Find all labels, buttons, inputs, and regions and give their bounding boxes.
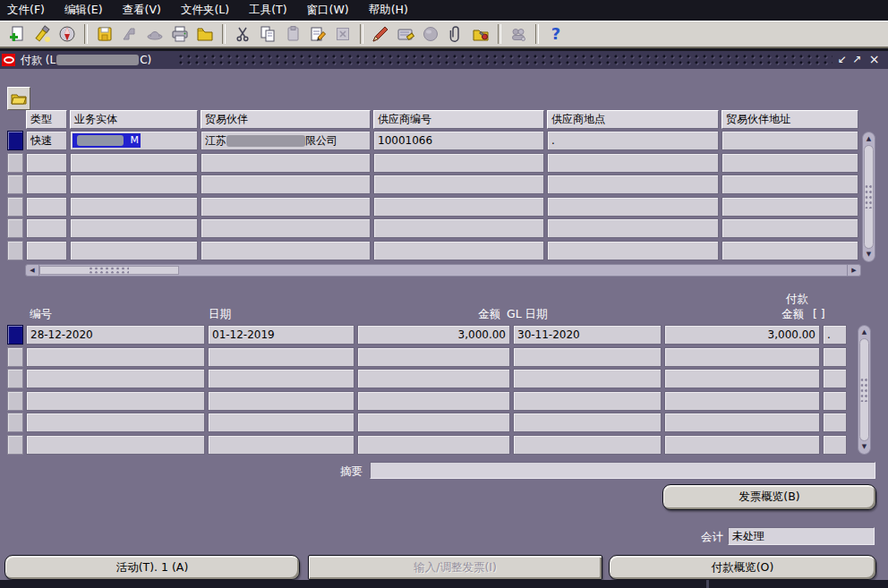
scroll-left-icon[interactable]: ◀ bbox=[26, 265, 39, 276]
col-header-type[interactable]: 类型 bbox=[26, 110, 67, 129]
actions-button[interactable]: 活动(T). 1 (A) bbox=[4, 555, 300, 580]
window-minimize-icon[interactable]: ↙ bbox=[835, 53, 849, 66]
cell-gl-date[interactable] bbox=[513, 391, 662, 411]
record-selector[interactable] bbox=[7, 413, 23, 432]
save-icon[interactable] bbox=[94, 23, 115, 45]
col-header-trading-partner[interactable]: 贸易伙伴 bbox=[201, 110, 371, 129]
cell-trading-partner[interactable] bbox=[201, 218, 371, 238]
menu-window[interactable]: 窗口(W) bbox=[307, 3, 349, 18]
cell-number[interactable] bbox=[26, 369, 205, 388]
cell-supplier-site[interactable] bbox=[547, 241, 719, 260]
translations-icon[interactable] bbox=[395, 23, 416, 45]
cell-type[interactable]: 快速 bbox=[26, 131, 67, 150]
cell-trading-partner-address[interactable] bbox=[722, 197, 858, 217]
cell-supplier-number[interactable] bbox=[373, 153, 544, 173]
cell-flag[interactable] bbox=[823, 369, 847, 388]
show-navigator-icon[interactable] bbox=[56, 23, 78, 45]
scroll-right-icon[interactable]: ▶ bbox=[847, 265, 860, 276]
menu-view[interactable]: 查看(V) bbox=[123, 3, 161, 18]
cell-date[interactable] bbox=[208, 347, 354, 367]
cell-supplier-site[interactable] bbox=[547, 153, 719, 173]
print-icon[interactable] bbox=[169, 23, 191, 45]
cell-gl-date[interactable] bbox=[513, 369, 662, 388]
cell-gl-date[interactable] bbox=[513, 347, 662, 367]
payment-overview-button[interactable]: 付款概览(O) bbox=[609, 555, 876, 580]
cell-number[interactable] bbox=[26, 413, 205, 432]
cell-supplier-site[interactable]: . bbox=[547, 131, 719, 150]
record-selector[interactable] bbox=[7, 175, 23, 194]
cell-flag[interactable]: . bbox=[823, 325, 847, 345]
cell-supplier-site[interactable] bbox=[547, 218, 719, 238]
record-selector[interactable] bbox=[7, 241, 23, 260]
cell-gl-date[interactable] bbox=[513, 435, 662, 455]
cell-amount[interactable] bbox=[357, 347, 510, 367]
cell-supplier-site[interactable] bbox=[547, 197, 719, 217]
cell-date[interactable] bbox=[208, 369, 354, 388]
cell-amount[interactable] bbox=[357, 369, 510, 388]
cut-icon[interactable] bbox=[232, 23, 253, 45]
cell-trading-partner[interactable] bbox=[201, 175, 371, 194]
new-icon[interactable] bbox=[6, 23, 28, 45]
record-selector[interactable] bbox=[7, 325, 23, 345]
cell-trading-partner-address[interactable] bbox=[722, 175, 858, 194]
cell-date[interactable] bbox=[208, 435, 354, 455]
col-header-supplier-number[interactable]: 供应商编号 bbox=[373, 110, 544, 129]
cell-date[interactable] bbox=[208, 391, 354, 411]
payment-table-vscrollbar[interactable]: ▲ ▼ bbox=[858, 325, 871, 455]
scroll-up-icon[interactable]: ▲ bbox=[858, 327, 870, 338]
hscroll-thumb[interactable] bbox=[39, 266, 179, 275]
menu-folder[interactable]: 文件夹(L) bbox=[181, 3, 229, 18]
vscroll-thumb[interactable] bbox=[859, 338, 869, 441]
record-selector[interactable] bbox=[7, 347, 23, 367]
cell-gl-date[interactable] bbox=[513, 413, 662, 432]
cell-gl-date[interactable]: 30-11-2020 bbox=[513, 325, 662, 345]
cell-operating-unit[interactable] bbox=[70, 241, 198, 260]
cell-number[interactable] bbox=[26, 347, 205, 367]
cell-operating-unit[interactable]: M bbox=[70, 131, 198, 150]
cell-trading-partner[interactable]: 江苏限公司 bbox=[201, 131, 371, 150]
cell-flag[interactable] bbox=[823, 435, 847, 455]
cell-trading-partner[interactable] bbox=[201, 153, 371, 173]
cell-payment-amount[interactable] bbox=[664, 347, 820, 367]
cell-operating-unit[interactable] bbox=[70, 197, 198, 217]
record-selector[interactable] bbox=[7, 435, 23, 455]
menu-edit[interactable]: 编辑(E) bbox=[64, 3, 103, 18]
edit-icon[interactable] bbox=[307, 23, 329, 45]
summary-field[interactable] bbox=[370, 462, 875, 479]
invoice-table-vscrollbar[interactable]: ▲ ▼ bbox=[862, 132, 875, 262]
menu-file[interactable]: 文件(F) bbox=[7, 3, 45, 18]
cell-amount[interactable] bbox=[357, 413, 510, 432]
record-selector[interactable] bbox=[7, 218, 23, 238]
cell-supplier-site[interactable] bbox=[547, 175, 719, 194]
menu-help[interactable]: 帮助(H) bbox=[369, 3, 408, 18]
cell-supplier-number[interactable] bbox=[373, 175, 544, 194]
cell-number[interactable] bbox=[26, 391, 205, 411]
cell-payment-amount[interactable] bbox=[664, 391, 820, 411]
col-header-trading-partner-address[interactable]: 贸易伙伴地址 bbox=[722, 110, 858, 129]
record-selector[interactable] bbox=[7, 131, 23, 150]
cell-type[interactable] bbox=[26, 218, 67, 238]
col-header-supplier-site[interactable]: 供应商地点 bbox=[547, 110, 719, 129]
cell-payment-amount[interactable] bbox=[664, 413, 820, 432]
cell-operating-unit[interactable] bbox=[70, 218, 198, 238]
invoice-table-hscrollbar[interactable]: ◀ ▶ bbox=[25, 264, 861, 277]
cell-type[interactable] bbox=[26, 197, 67, 217]
window-close-icon[interactable]: × bbox=[867, 53, 881, 66]
col-header-operating-unit[interactable]: 业务实体 bbox=[70, 110, 198, 129]
record-selector[interactable] bbox=[7, 391, 23, 411]
cell-operating-unit[interactable] bbox=[70, 175, 198, 194]
cell-flag[interactable] bbox=[823, 347, 847, 367]
record-selector[interactable] bbox=[7, 153, 23, 173]
cell-flag[interactable] bbox=[823, 413, 847, 432]
cell-flag[interactable] bbox=[823, 391, 847, 411]
cell-trading-partner-address[interactable] bbox=[722, 153, 858, 173]
cell-supplier-number[interactable] bbox=[373, 241, 544, 260]
cell-date[interactable]: 01-12-2019 bbox=[208, 325, 354, 345]
cell-supplier-number[interactable] bbox=[373, 218, 544, 238]
cell-trading-partner[interactable] bbox=[201, 241, 371, 260]
record-selector[interactable] bbox=[7, 369, 23, 388]
cell-date[interactable] bbox=[208, 413, 354, 432]
cell-trading-partner-address[interactable] bbox=[722, 241, 858, 260]
window-restore-icon[interactable]: ↗ bbox=[850, 53, 864, 66]
attachments-icon[interactable] bbox=[445, 23, 466, 45]
